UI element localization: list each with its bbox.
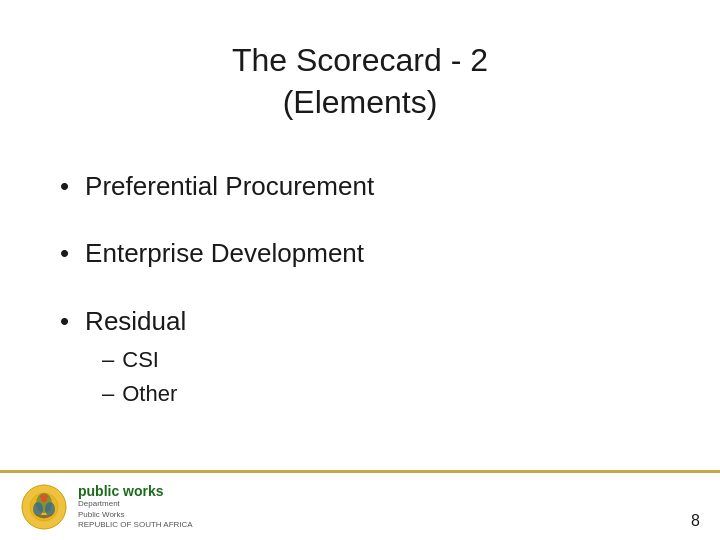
- sub-dash-2: –: [102, 381, 114, 407]
- bullet-item-1: • Preferential Procurement: [60, 153, 660, 220]
- svg-point-5: [41, 496, 47, 502]
- bullet-text-2: Enterprise Development: [85, 238, 364, 269]
- logo-text-area: public works Department Public Works REP…: [78, 483, 193, 531]
- bullet-text-1: Preferential Procurement: [85, 171, 374, 202]
- logo-emblem: [20, 483, 68, 531]
- bullet-item-3: • Residual: [60, 306, 660, 337]
- sub-item-other: – Other: [102, 377, 660, 411]
- title-line2: (Elements): [283, 84, 438, 120]
- logo-dept-line3: REPUBLIC OF SOUTH AFRICA: [78, 520, 193, 530]
- svg-point-4: [45, 502, 55, 516]
- bullet-dot-1: •: [60, 171, 69, 202]
- footer-logo-area: public works Department Public Works REP…: [20, 483, 193, 531]
- sub-items-list: – CSI – Other: [102, 343, 660, 411]
- logo-public-works: public works: [78, 483, 193, 500]
- slide-title: The Scorecard - 2 (Elements): [60, 40, 660, 123]
- svg-point-3: [33, 502, 43, 516]
- slide-footer: public works Department Public Works REP…: [0, 470, 720, 540]
- page-number: 8: [691, 512, 700, 530]
- sub-dash-1: –: [102, 347, 114, 373]
- sub-item-csi: – CSI: [102, 343, 660, 377]
- bullet-dot-3: •: [60, 306, 69, 337]
- title-line1: The Scorecard - 2: [232, 42, 488, 78]
- bullet-item-2: • Enterprise Development: [60, 220, 660, 287]
- logo-dept-line1: Department: [78, 499, 193, 509]
- sub-item-csi-text: CSI: [122, 347, 159, 373]
- bullet-dot-2: •: [60, 238, 69, 269]
- logo-dept-line2: Public Works: [78, 510, 193, 520]
- sub-item-other-text: Other: [122, 381, 177, 407]
- slide-container: The Scorecard - 2 (Elements) • Preferent…: [0, 0, 720, 540]
- bullet-item-3-wrapper: • Residual – CSI – Other: [60, 288, 660, 411]
- bullet-list: • Preferential Procurement • Enterprise …: [60, 153, 660, 450]
- bullet-text-3: Residual: [85, 306, 186, 337]
- slide-content: The Scorecard - 2 (Elements) • Preferent…: [0, 0, 720, 470]
